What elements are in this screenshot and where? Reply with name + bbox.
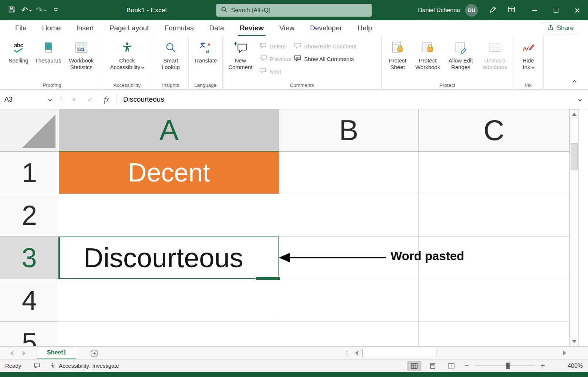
column-header-A[interactable]: A (59, 109, 279, 152)
thesaurus-button[interactable]: Thesaurus (33, 38, 64, 64)
cell-B1[interactable] (279, 152, 419, 194)
formula-bar-grip-dots[interactable]: ⋮ (56, 95, 66, 103)
collapse-ribbon-button[interactable] (570, 78, 579, 86)
zoom-slider[interactable] (475, 363, 534, 369)
new-comment-label: New Comment (228, 57, 252, 70)
tab-review[interactable]: Review (232, 20, 271, 36)
horizontal-scrollbar[interactable] (362, 349, 558, 357)
normal-view-icon (411, 363, 418, 369)
show-all-comments-button[interactable]: Show All Comments (294, 53, 356, 64)
cell-A2[interactable] (59, 194, 279, 237)
close-button[interactable]: × (567, 0, 588, 20)
column-header-B[interactable]: B (279, 109, 419, 152)
avatar[interactable]: DU (465, 4, 478, 17)
cell-A5[interactable] (59, 322, 279, 346)
column-header-C[interactable]: C (419, 109, 570, 152)
enter-button[interactable]: ✓ (82, 90, 98, 109)
row-header-2[interactable]: 2 (0, 194, 59, 237)
search-box[interactable] (216, 4, 372, 17)
fill-handle[interactable] (256, 276, 281, 281)
row-header-5[interactable]: 5 (0, 322, 59, 346)
protect-sheet-button[interactable]: Protect Sheet (383, 38, 412, 71)
unshare-workbook-button[interactable]: Unshare Workbook (478, 38, 511, 71)
scroll-up-button[interactable] (570, 109, 578, 119)
tab-page-layout[interactable]: Page Layout (102, 20, 157, 36)
tab-file[interactable]: File (7, 20, 34, 36)
translate-button[interactable]: a Translate (190, 38, 221, 64)
sheet-nav-left-button[interactable] (5, 347, 18, 360)
maximize-button[interactable] (545, 0, 567, 20)
accessibility-status-button[interactable]: Accessibility: Investigate (50, 363, 119, 369)
new-sheet-button[interactable] (89, 349, 99, 358)
new-comment-button[interactable]: New Comment (224, 38, 257, 71)
protect-workbook-button[interactable]: Protect Workbook (412, 38, 443, 71)
tab-home[interactable]: Home (34, 20, 69, 36)
row-header-3[interactable]: 3 (0, 237, 59, 279)
page-break-preview-button[interactable] (444, 361, 458, 371)
cell-C2[interactable] (419, 194, 570, 237)
normal-view-button[interactable] (407, 361, 421, 371)
formula-bar-input[interactable]: Discourteous (118, 95, 572, 103)
save-button[interactable] (4, 2, 18, 18)
cell-A1[interactable]: Decent (59, 152, 279, 194)
user-name[interactable]: Daniel Uchenna (418, 7, 460, 14)
tab-data[interactable]: Data (202, 20, 232, 36)
cell-B5[interactable] (279, 322, 419, 346)
hide-ink-button[interactable]: Hide Ink (517, 38, 540, 71)
next-comment-button[interactable]: Next (260, 66, 291, 77)
ribbon-display-options-button[interactable] (504, 2, 518, 18)
workbook-statistics-button[interactable]: 123 Workbook Statistics (64, 38, 99, 71)
spelling-button[interactable]: abc Spelling (4, 38, 33, 64)
previous-comment-button[interactable]: Previous (260, 53, 291, 64)
show-hide-comment-button[interactable]: Show/Hide Comment (294, 41, 356, 52)
tab-insert[interactable]: Insert (68, 20, 102, 36)
select-all-corner[interactable] (0, 109, 59, 152)
share-button[interactable]: Share (542, 22, 579, 34)
check-accessibility-button[interactable]: Check Accessibility (105, 38, 149, 71)
redo-button[interactable]: ↷ (34, 2, 48, 18)
minimize-button[interactable] (524, 0, 545, 20)
cell-A4[interactable] (59, 279, 279, 322)
inking-button[interactable] (486, 2, 500, 18)
hscroll-left-button[interactable] (352, 349, 361, 357)
allow-edit-ranges-button[interactable]: Allow Edit Ranges (443, 38, 478, 71)
cell-B4[interactable] (279, 279, 419, 322)
tab-help[interactable]: Help (350, 20, 380, 36)
page-layout-view-button[interactable] (426, 361, 440, 371)
accessibility-status-icon (50, 363, 56, 369)
formula-bar-expand-button[interactable] (572, 98, 588, 101)
horizontal-scrollbar-thumb[interactable] (362, 349, 436, 357)
row-header-1[interactable]: 1 (0, 152, 59, 194)
insert-function-button[interactable]: fx (98, 90, 115, 109)
search-input[interactable] (231, 7, 367, 14)
delete-comment-button[interactable]: Delete (260, 41, 291, 52)
zoom-out-button[interactable]: − (463, 361, 471, 370)
cancel-button[interactable]: × (66, 90, 82, 109)
macro-record-button[interactable] (34, 362, 40, 370)
cell-C5[interactable] (419, 322, 570, 346)
sheet-nav-right-button[interactable] (18, 347, 30, 360)
customize-quick-access-button[interactable] (49, 2, 63, 18)
zoom-slider-track (475, 366, 534, 366)
name-box-chevron-icon[interactable] (48, 98, 52, 101)
vertical-scrollbar[interactable] (570, 109, 579, 346)
smart-lookup-button[interactable]: Smart Lookup (155, 38, 186, 71)
tab-scroll-splitter[interactable]: ⋮ (344, 347, 350, 360)
zoom-level-button[interactable]: 400% (565, 363, 583, 369)
cell-C1[interactable] (419, 152, 570, 194)
cell-C4[interactable] (419, 279, 570, 322)
zoom-in-button[interactable]: + (539, 361, 547, 370)
undo-button[interactable]: ↶ (19, 2, 33, 18)
tab-developer[interactable]: Developer (302, 20, 350, 36)
cell-A3[interactable]: Discourteous (59, 237, 279, 279)
scroll-down-button[interactable] (570, 337, 578, 346)
tab-formulas[interactable]: Formulas (157, 20, 202, 36)
zoom-slider-thumb[interactable] (506, 363, 510, 369)
row-header-4[interactable]: 4 (0, 279, 59, 322)
cell-B2[interactable] (279, 194, 419, 237)
vertical-scrollbar-thumb[interactable] (571, 143, 578, 170)
tab-view[interactable]: View (271, 20, 302, 36)
hscroll-right-button[interactable] (560, 349, 569, 357)
name-box[interactable]: A3 (0, 90, 56, 109)
sheet-tab-sheet1[interactable]: Sheet1 (37, 347, 76, 360)
